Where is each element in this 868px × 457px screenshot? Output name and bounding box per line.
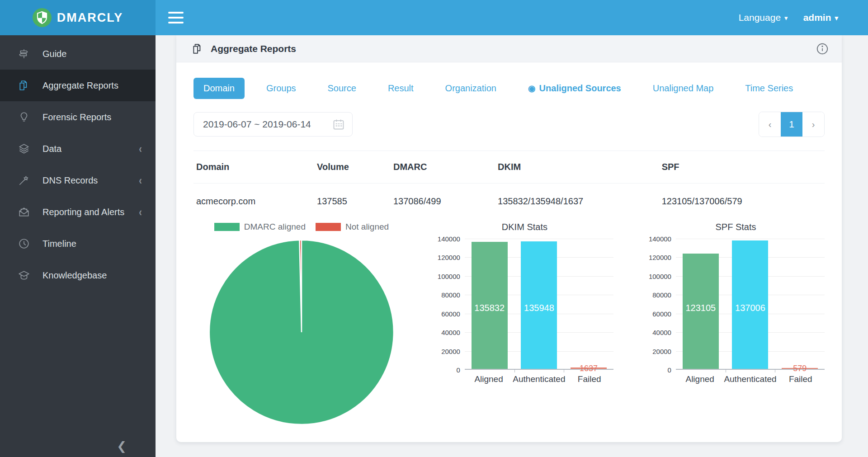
bar-value-label: 123105 bbox=[685, 302, 716, 313]
card-header: Aggregate Reports bbox=[176, 35, 842, 62]
pagination-prev-button[interactable]: ‹ bbox=[759, 112, 781, 137]
sidebar: Guide Aggregate Reports Forensic Reports… bbox=[0, 35, 156, 457]
bar-value-label: 1637 bbox=[580, 364, 598, 373]
tab-groups[interactable]: Groups bbox=[256, 78, 306, 99]
y-axis-tick-label: 100000 bbox=[649, 272, 671, 280]
x-axis-category-label: Failed bbox=[566, 374, 613, 384]
sidebar-item-forensic-reports[interactable]: Forensic Reports bbox=[0, 101, 156, 133]
signpost-icon bbox=[17, 47, 31, 61]
y-axis-tick-label: 140000 bbox=[649, 235, 671, 243]
documents-icon bbox=[17, 79, 31, 92]
column-header-volume: Volume bbox=[317, 151, 393, 183]
aggregate-reports-card: Aggregate Reports Domain Groups Source R… bbox=[176, 35, 842, 442]
sidebar-item-data[interactable]: Data ‹ bbox=[0, 133, 156, 165]
legend-swatch-icon bbox=[316, 223, 341, 231]
y-axis-tick-label: 100000 bbox=[438, 272, 460, 280]
chevron-down-icon: ▾ bbox=[835, 14, 838, 22]
y-axis-tick-label: 20000 bbox=[652, 347, 671, 355]
chevron-down-icon: ▾ bbox=[784, 14, 788, 22]
layers-icon bbox=[17, 142, 31, 155]
table-row: acmecorp.com 137585 137086/499 135832/13… bbox=[193, 184, 825, 211]
hamburger-icon[interactable] bbox=[168, 12, 184, 24]
y-axis-tick-label: 120000 bbox=[438, 254, 460, 261]
calendar-icon bbox=[332, 118, 345, 131]
user-label: admin bbox=[803, 12, 831, 23]
y-axis-tick-label: 0 bbox=[457, 366, 460, 374]
sidebar-item-dns-records[interactable]: DNS Records ‹ bbox=[0, 165, 156, 196]
y-axis-tick-label: 80000 bbox=[652, 291, 671, 299]
sidebar-item-knowledgebase[interactable]: Knowledgebase bbox=[0, 259, 156, 291]
cell-spf: 123105/137006/579 bbox=[662, 184, 822, 211]
x-axis-category-label: Authenticated bbox=[513, 374, 565, 384]
column-header-spf: SPF bbox=[662, 151, 822, 183]
tab-source[interactable]: Source bbox=[318, 78, 366, 99]
bar-value-label: 579 bbox=[793, 364, 807, 373]
main-content: Aggregate Reports Domain Groups Source R… bbox=[156, 35, 868, 457]
info-circle-icon[interactable] bbox=[816, 42, 829, 56]
brand-logo[interactable]: DMARCLY bbox=[0, 0, 156, 35]
language-label: Language bbox=[739, 12, 781, 23]
cell-domain: acmecorp.com bbox=[196, 184, 317, 211]
bar-value-label: 135832 bbox=[474, 302, 505, 313]
sidebar-collapse-button[interactable]: ❮ bbox=[117, 439, 127, 453]
sidebar-item-guide[interactable]: Guide bbox=[0, 38, 156, 70]
lightbulb-icon bbox=[17, 110, 31, 124]
column-header-dkim: DKIM bbox=[498, 151, 662, 183]
x-axis-category-label: Authenticated bbox=[724, 374, 776, 384]
legend-item: DMARC aligned bbox=[214, 222, 306, 232]
pagination: ‹ 1 › bbox=[759, 112, 825, 137]
tab-organization[interactable]: Organization bbox=[435, 78, 506, 99]
x-axis-category-label: Failed bbox=[777, 374, 825, 384]
sidebar-item-label: Aggregate Reports bbox=[42, 80, 142, 91]
open-envelope-icon bbox=[17, 205, 31, 219]
bar-value-label: 135948 bbox=[524, 302, 554, 313]
tab-domain[interactable]: Domain bbox=[193, 78, 245, 99]
sidebar-item-timeline[interactable]: Timeline bbox=[0, 228, 156, 259]
chevron-left-icon: ‹ bbox=[139, 174, 142, 187]
sidebar-item-label: DNS Records bbox=[42, 175, 139, 186]
clock-icon bbox=[17, 237, 31, 250]
chart-title: DKIM Stats bbox=[436, 222, 613, 232]
legend-item: Not aligned bbox=[316, 222, 389, 232]
date-range-picker[interactable]: 2019-06-07 ~ 2019-06-14 bbox=[193, 112, 353, 137]
pie-canvas bbox=[197, 235, 406, 430]
shield-logo-icon bbox=[33, 8, 52, 27]
user-dropdown[interactable]: admin ▾ bbox=[803, 12, 838, 23]
y-axis-tick-label: 40000 bbox=[441, 329, 460, 336]
tab-result[interactable]: Result bbox=[378, 78, 424, 99]
report-tabs: Domain Groups Source Result Organization… bbox=[193, 78, 825, 99]
tab-unaligned-map[interactable]: Unaligned Map bbox=[643, 78, 724, 99]
table-header-row: Domain Volume DMARC DKIM SPF bbox=[193, 151, 825, 184]
pagination-page-1[interactable]: 1 bbox=[781, 112, 802, 137]
dmarc-alignment-pie-chart: DMARC alignedNot aligned bbox=[197, 222, 406, 430]
sidebar-item-label: Forensic Reports bbox=[42, 112, 142, 122]
y-axis-tick-label: 0 bbox=[668, 366, 671, 374]
language-dropdown[interactable]: Language ▾ bbox=[739, 12, 788, 23]
tab-unaligned-sources[interactable]: ◉ Unaligned Sources bbox=[518, 78, 631, 99]
x-axis-category-label: Aligned bbox=[676, 374, 724, 384]
domain-stats-table: Domain Volume DMARC DKIM SPF acmecorp.co… bbox=[193, 151, 825, 211]
magic-wand-icon bbox=[17, 174, 31, 187]
tab-label: Unaligned Sources bbox=[539, 83, 621, 94]
pie-legend: DMARC alignedNot aligned bbox=[197, 222, 406, 232]
sidebar-item-label: Guide bbox=[42, 49, 142, 59]
y-axis-tick-label: 20000 bbox=[441, 347, 460, 355]
y-axis-tick-label: 80000 bbox=[441, 291, 460, 299]
column-header-domain: Domain bbox=[196, 151, 317, 183]
sidebar-item-label: Timeline bbox=[42, 239, 142, 249]
x-axis-category-label: Aligned bbox=[465, 374, 513, 384]
cell-volume: 137585 bbox=[317, 184, 393, 211]
sidebar-item-aggregate-reports[interactable]: Aggregate Reports bbox=[0, 70, 156, 101]
target-icon: ◉ bbox=[528, 84, 536, 93]
spf-stats-chart: SPF Stats0200004000060000800001000001200… bbox=[647, 222, 825, 430]
chart-title: SPF Stats bbox=[647, 222, 825, 232]
sidebar-item-reporting-and-alerts[interactable]: Reporting and Alerts ‹ bbox=[0, 196, 156, 228]
chevron-left-icon: ‹ bbox=[139, 205, 142, 219]
legend-swatch-icon bbox=[214, 223, 240, 231]
pagination-next-button[interactable]: › bbox=[802, 112, 824, 137]
sidebar-item-label: Reporting and Alerts bbox=[42, 207, 139, 217]
tab-time-series[interactable]: Time Series bbox=[735, 78, 803, 99]
y-axis-tick-label: 60000 bbox=[652, 310, 671, 317]
y-axis-tick-label: 140000 bbox=[438, 235, 460, 243]
documents-icon bbox=[192, 43, 203, 55]
